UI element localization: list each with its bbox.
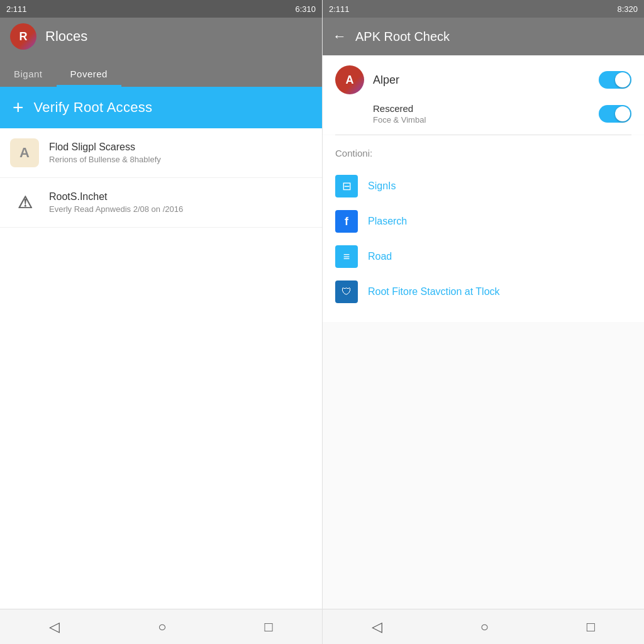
list-subtitle-1: Rerions of Bullense & 8hablefy <box>49 155 312 164</box>
list-content-1: Flod Sligpl Scaress Rerions of Bullense … <box>49 142 312 164</box>
user-name-2: Rescered <box>373 103 590 114</box>
link-item-root-fitore[interactable]: 🛡 Root Fitore Stavction at Tlock <box>335 274 631 309</box>
list-title-2: RootS.Inchet <box>49 191 312 203</box>
signls-icon: ⊟ <box>335 175 358 197</box>
avatar: R <box>10 23 36 50</box>
link-item-signls[interactable]: ⊟ SignIs <box>335 169 631 204</box>
user-name-1: Alper <box>373 74 590 87</box>
list-subtitle-2: Everly Read Apnwedis 2/08 on /2016 <box>49 204 312 214</box>
user-info-1: Alper <box>373 74 590 87</box>
right-panel: 2:111 8:320 ← APK Root Check A Alper <box>322 0 644 644</box>
user-row-1: A Alper <box>335 65 631 94</box>
tab-povered[interactable]: Povered <box>57 61 121 87</box>
link-text-root-fitore: Root Fitore Stavction at Tlock <box>368 286 500 297</box>
list-icon-1: A <box>10 138 39 167</box>
user-toggle-2[interactable] <box>599 105 631 123</box>
right-app-title: APK Root Check <box>355 30 450 44</box>
left-square-nav[interactable]: □ <box>265 619 273 635</box>
right-nav-bar: ◁ ○ □ <box>323 609 644 644</box>
verify-root-access-button[interactable]: + Verify Root Access <box>0 87 322 128</box>
right-back-nav[interactable]: ◁ <box>372 619 382 635</box>
list-item-1[interactable]: A Flod Sligpl Scaress Rerions of Bullens… <box>0 128 322 178</box>
right-home-nav[interactable]: ○ <box>480 619 489 635</box>
user-row-2: Rescered Foce & Vimbal <box>335 103 631 125</box>
left-nav-bar: ◁ ○ □ <box>0 609 322 644</box>
user-section: A Alper Rescered Foce & Vimbal <box>323 55 644 135</box>
left-status-right-time: 6:310 <box>295 4 316 14</box>
user-toggle-1[interactable] <box>599 71 631 89</box>
list-content-2: RootS.Inchet Everly Read Apnwedis 2/08 o… <box>49 191 312 214</box>
left-panel: 2:111 6:310 R Rloces Bigant Povered + Ve… <box>0 0 322 644</box>
left-home-nav[interactable]: ○ <box>158 619 166 635</box>
road-icon: ≡ <box>335 245 358 268</box>
app-title: Rloces <box>45 28 87 45</box>
list-item-2[interactable]: ⚠ RootS.Inchet Everly Read Apnwedis 2/08… <box>0 178 322 228</box>
content-label: Contioni: <box>335 148 631 158</box>
plaserch-icon: f <box>335 210 358 233</box>
right-status-right-time: 8:320 <box>617 4 638 14</box>
tabs-bar: Bigant Povered <box>0 55 322 87</box>
root-fitore-icon: 🛡 <box>335 280 358 303</box>
back-button[interactable]: ← <box>333 28 347 45</box>
link-text-plaserch: Plaserch <box>368 216 407 227</box>
list-title-1: Flod Sligpl Scaress <box>49 142 312 153</box>
link-item-plaserch[interactable]: f Plaserch <box>335 204 631 239</box>
plus-icon: + <box>13 98 24 117</box>
tab-bigant[interactable]: Bigant <box>0 61 57 87</box>
right-status-time: 2:111 <box>329 4 350 14</box>
list-icon-2: ⚠ <box>10 188 39 217</box>
user-info-2: Rescered Foce & Vimbal <box>373 103 590 125</box>
left-status-bar: 2:111 6:310 <box>0 0 322 18</box>
left-back-nav[interactable]: ◁ <box>49 619 60 635</box>
link-item-road[interactable]: ≡ Road <box>335 239 631 274</box>
verify-label: Verify Root Access <box>34 99 153 116</box>
right-status-bar: 2:111 8:320 <box>323 0 644 18</box>
user-avatar-1: A <box>335 65 364 94</box>
user-subtitle-2: Foce & Vimbal <box>373 115 590 125</box>
left-app-bar: R Rloces <box>0 18 322 55</box>
left-status-time: 2:111 <box>6 4 27 14</box>
link-text-road: Road <box>368 251 392 262</box>
content-section: Contioni: ⊟ SignIs f Plaserch ≡ Road 🛡 <box>323 135 644 322</box>
right-square-nav[interactable]: □ <box>587 619 595 635</box>
right-app-bar: ← APK Root Check <box>323 18 644 55</box>
link-text-signls: SignIs <box>368 180 396 192</box>
